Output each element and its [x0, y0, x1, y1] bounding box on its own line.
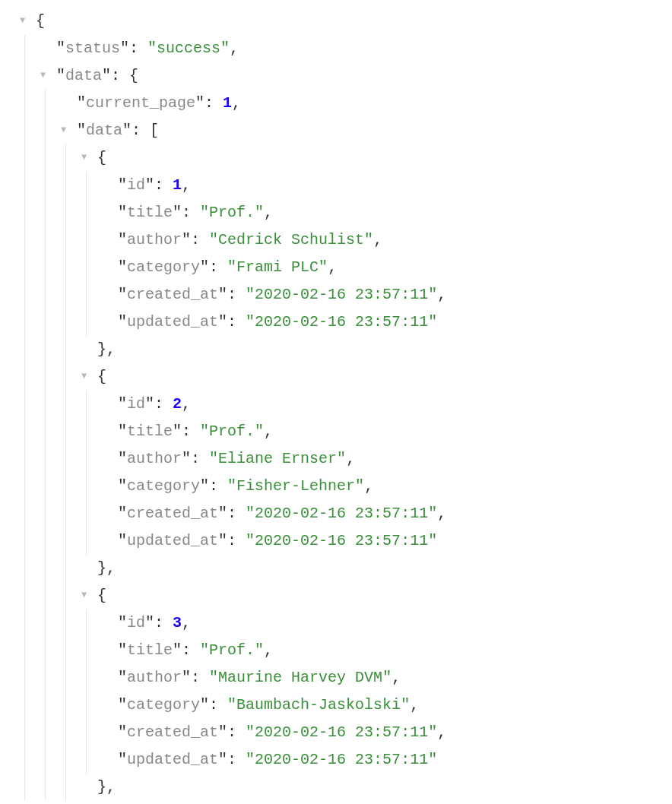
- json-key: category: [127, 692, 200, 719]
- item-open: ▼{: [15, 363, 657, 391]
- item-property: "author": "Eliane Ernser",: [15, 445, 657, 473]
- item-property: "id": 1,: [15, 172, 657, 199]
- collapse-toggle-icon[interactable]: ▼: [81, 150, 87, 166]
- json-string-value: 2020-02-16 23:57:11: [255, 719, 428, 746]
- item-open: ▼{: [15, 144, 657, 172]
- json-string-value: 2020-02-16 23:57:11: [255, 281, 428, 309]
- json-key: created_at: [127, 500, 218, 527]
- item-property: "author": "Maurine Harvey DVM",: [15, 664, 657, 692]
- json-key: current_page: [86, 90, 195, 117]
- json-string-value: Baumbach-Jaskolski: [236, 692, 401, 719]
- item-property: "updated_at": "2020-02-16 23:57:11": [15, 746, 657, 774]
- json-string-value: Eliane Ernser: [218, 445, 337, 473]
- item-property: "author": "Cedrick Schulist",: [15, 226, 657, 254]
- json-key: updated_at: [127, 746, 218, 774]
- json-string-value: 2020-02-16 23:57:11: [255, 500, 428, 527]
- json-string-value: 2020-02-16 23:57:11: [255, 527, 428, 555]
- json-key: author: [127, 664, 182, 692]
- json-key: title: [127, 199, 173, 226]
- json-string-value: Prof.: [209, 418, 255, 445]
- item-property: "category": "Baumbach-Jaskolski",: [15, 692, 657, 719]
- json-key: id: [127, 609, 145, 637]
- item-property: "category": "Frami PLC",: [15, 254, 657, 281]
- json-key: id: [127, 172, 145, 199]
- data-object-open: ▼"data": {: [15, 62, 657, 90]
- item-property: "id": 3,: [15, 609, 657, 637]
- collapse-toggle-icon[interactable]: ▼: [81, 587, 87, 604]
- item-open: ▼{: [15, 582, 657, 609]
- json-string-value: Prof.: [209, 637, 255, 664]
- item-property: "title": "Prof.",: [15, 418, 657, 445]
- json-key: author: [127, 226, 182, 254]
- json-key: data: [86, 117, 122, 144]
- item-property: "created_at": "2020-02-16 23:57:11",: [15, 719, 657, 746]
- root-open: ▼{: [15, 8, 657, 35]
- current-page-row: "current_page": 1,: [15, 90, 657, 117]
- data-array-open: ▼"data": [: [15, 117, 657, 144]
- item-property: "updated_at": "2020-02-16 23:57:11": [15, 527, 657, 555]
- json-number-value: 1: [223, 90, 232, 117]
- json-key: data: [65, 62, 102, 90]
- json-key: id: [127, 391, 145, 418]
- item-property: "title": "Prof.",: [15, 637, 657, 664]
- item-property: "category": "Fisher-Lehner",: [15, 473, 657, 500]
- json-key: created_at: [127, 719, 218, 746]
- json-string-value: Frami PLC: [236, 254, 319, 281]
- collapse-toggle-icon[interactable]: ▼: [81, 369, 87, 385]
- json-number-value: 3: [173, 609, 182, 637]
- json-string-value: success: [157, 35, 220, 62]
- json-string-value: 2020-02-16 23:57:11: [255, 309, 428, 336]
- json-key: status: [65, 35, 120, 62]
- collapse-toggle-icon[interactable]: ▼: [61, 122, 66, 139]
- status-row: "status": "success",: [15, 35, 657, 62]
- item-property: "updated_at": "2020-02-16 23:57:11": [15, 309, 657, 336]
- item-property: "created_at": "2020-02-16 23:57:11",: [15, 500, 657, 527]
- json-tree-viewer: ▼{"status": "success",▼"data": {"current…: [15, 8, 657, 801]
- json-string-value: Maurine Harvey DVM: [218, 664, 382, 692]
- collapse-toggle-icon[interactable]: ▼: [40, 68, 46, 84]
- json-string-value: Prof.: [209, 199, 255, 226]
- json-number-value: 1: [173, 172, 182, 199]
- json-key: updated_at: [127, 527, 218, 555]
- item-close: },: [15, 336, 657, 363]
- json-string-value: Cedrick Schulist: [218, 226, 364, 254]
- item-property: "created_at": "2020-02-16 23:57:11",: [15, 281, 657, 309]
- item-close: },: [15, 555, 657, 582]
- json-string-value: Fisher-Lehner: [236, 473, 355, 500]
- item-close: },: [15, 774, 657, 801]
- json-key: title: [127, 418, 173, 445]
- json-key: category: [127, 473, 200, 500]
- json-number-value: 2: [173, 391, 182, 418]
- json-key: created_at: [127, 281, 218, 309]
- json-key: updated_at: [127, 309, 218, 336]
- item-property: "title": "Prof.",: [15, 199, 657, 226]
- json-key: category: [127, 254, 200, 281]
- json-key: title: [127, 637, 173, 664]
- item-property: "id": 2,: [15, 391, 657, 418]
- collapse-toggle-icon[interactable]: ▼: [20, 13, 25, 30]
- json-string-value: 2020-02-16 23:57:11: [255, 746, 428, 774]
- json-key: author: [127, 445, 182, 473]
